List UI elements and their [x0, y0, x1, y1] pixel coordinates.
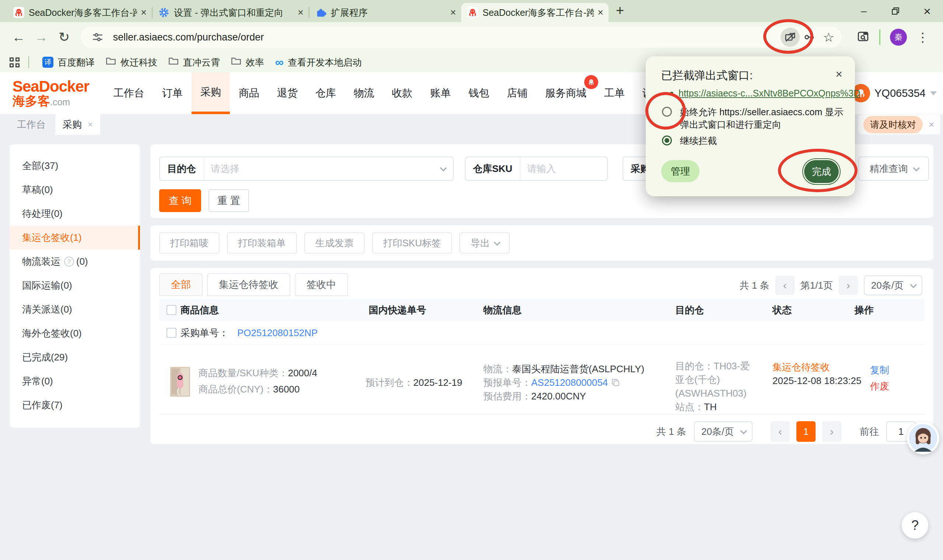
tab-close-icon[interactable]: × — [297, 7, 304, 18]
manage-button[interactable]: 管理 — [661, 160, 700, 182]
prev-page-button[interactable]: ‹ — [775, 276, 795, 295]
dest-warehouse-filter[interactable]: 目的仓 请选择 — [159, 157, 454, 181]
info-icon[interactable]: ? — [64, 257, 74, 266]
print-packing-list-button[interactable]: 打印装箱单 — [227, 232, 297, 254]
search-button[interactable]: 查 询 — [159, 189, 201, 212]
forecast-number-link[interactable]: AS251208000054 — [531, 377, 608, 388]
browser-menu-icon[interactable]: ⋮ — [917, 30, 929, 45]
select-all-checkbox[interactable] — [166, 305, 176, 315]
browser-tab-1[interactable]: SeaDocker海多客工作台-跨境 × — [8, 3, 152, 22]
radio-checked-icon[interactable] — [662, 135, 672, 145]
next-page-button[interactable]: › — [839, 276, 858, 295]
warehouse-sku-filter[interactable]: 仓库SKU 请输入 — [465, 157, 608, 181]
nav-warehouse[interactable]: 仓库 — [307, 72, 345, 114]
page-tab-workbench[interactable]: 工作台 — [8, 114, 55, 135]
list-tab-all[interactable]: 全部 — [159, 273, 203, 296]
page-tab-purchase[interactable]: 采购 × — [55, 114, 100, 135]
sidebar-item-consolidation-receipt[interactable]: 集运仓签收(1) — [9, 226, 140, 250]
radio-unchecked-icon[interactable] — [662, 107, 672, 117]
browser-tab-3[interactable]: 扩展程序 × — [310, 3, 461, 22]
tab-close-icon[interactable]: × — [598, 7, 603, 18]
dialog-close-icon[interactable]: × — [835, 68, 843, 81]
done-button[interactable]: 完成 — [804, 160, 839, 183]
bookmark-folder-2[interactable]: 直冲云霄 — [168, 56, 220, 68]
bookmark-folder-1[interactable]: 攸迁科技 — [106, 56, 157, 68]
nav-service-mall[interactable]: 服务商城 — [536, 72, 595, 114]
tune-icon[interactable] — [88, 28, 107, 47]
copy-order-link[interactable]: 复制 — [870, 364, 889, 377]
account-menu[interactable]: YQ065354 — [852, 72, 937, 114]
allow-popups-option[interactable]: 始终允许 https://seller.asiaecs.com 显示弹出式窗口和… — [662, 106, 846, 131]
side-search-icon[interactable] — [857, 30, 870, 45]
current-page-button[interactable]: 1 — [797, 421, 815, 442]
advanced-query-button[interactable]: 精准查询 — [858, 157, 929, 181]
blocked-popup-link[interactable]: https://asiaecs-c...SxNtv8BePCOxQnps%3D — [678, 88, 860, 98]
sidebar-item-shipment[interactable]: 物流装运?(0) — [9, 250, 140, 274]
forward-icon[interactable]: → — [30, 29, 53, 45]
product-thumbnail[interactable] — [170, 366, 190, 398]
reset-button[interactable]: 重 置 — [208, 189, 249, 212]
browser-profile-avatar[interactable]: 秦 — [890, 29, 907, 46]
nav-bills[interactable]: 账单 — [421, 72, 460, 114]
next-page-button[interactable]: › — [822, 421, 841, 442]
apps-grid-icon[interactable] — [9, 57, 20, 68]
page-size-select[interactable]: 20条/页 — [694, 421, 753, 442]
nav-work-order[interactable]: 工单 — [595, 72, 633, 114]
void-order-link[interactable]: 作废 — [870, 380, 889, 393]
print-sku-label-button[interactable]: 打印SKU标签 — [372, 232, 452, 254]
reload-icon[interactable]: ↻ — [53, 29, 76, 45]
export-button[interactable]: 导出 — [459, 232, 510, 254]
po-number-link[interactable]: PO2512080152NP — [237, 327, 317, 338]
nav-purchase[interactable]: 采购 — [191, 72, 230, 114]
tab-close-icon[interactable]: × — [450, 7, 456, 18]
nav-products[interactable]: 商品 — [230, 72, 268, 114]
page-size-select[interactable]: 20条/页 — [864, 275, 922, 295]
address-bar[interactable]: seller.asiaecs.com/purchase/order ☆ — [81, 26, 842, 48]
back-icon[interactable]: ← — [8, 29, 30, 45]
browser-tab-2[interactable]: 设置 - 弹出式窗口和重定向 × — [153, 3, 309, 22]
bookmark-folder-3[interactable]: 效率 — [231, 56, 264, 68]
nav-wallet[interactable]: 钱包 — [460, 72, 498, 114]
nav-collection[interactable]: 收款 — [383, 72, 421, 114]
sidebar-item-all[interactable]: 全部(37) — [9, 154, 140, 178]
sidebar-item-abnormal[interactable]: 异常(0) — [9, 369, 140, 393]
close-icon[interactable]: × — [88, 119, 93, 129]
goto-label: 前往 — [860, 421, 879, 442]
copy-icon[interactable] — [611, 378, 620, 390]
print-box-mark-button[interactable]: 打印箱唛 — [159, 232, 220, 254]
nav-logistics[interactable]: 物流 — [345, 72, 383, 114]
url-text[interactable]: seller.asiaecs.com/purchase/order — [113, 32, 264, 43]
tab-close-icon[interactable]: × — [141, 7, 146, 18]
popup-blocked-icon[interactable] — [781, 28, 800, 47]
nav-workbench[interactable]: 工作台 — [105, 72, 153, 114]
bookmark-dev-local[interactable]: ∞ 查看开发本地启动 — [275, 55, 362, 69]
sidebar-item-pending[interactable]: 待处理(0) — [9, 202, 140, 226]
nav-shop[interactable]: 店铺 — [498, 72, 536, 114]
sidebar-item-customs-delivery[interactable]: 清关派送(0) — [9, 297, 140, 322]
nav-returns[interactable]: 退货 — [268, 72, 307, 114]
restore-button[interactable] — [880, 0, 911, 22]
sidebar-item-overseas-receipt[interactable]: 海外仓签收(0) — [9, 322, 140, 345]
assistant-avatar[interactable] — [907, 422, 939, 454]
prev-page-button[interactable]: ‹ — [770, 421, 790, 442]
bookmark-star-icon[interactable]: ☆ — [819, 28, 838, 47]
key-icon[interactable] — [800, 28, 819, 47]
list-tab-receiving[interactable]: 签收中 — [295, 273, 348, 296]
close-window-button[interactable]: × — [911, 0, 943, 22]
bookmark-translate[interactable]: 译 百度翻译 — [42, 56, 95, 68]
sidebar-item-completed[interactable]: 已完成(29) — [9, 345, 140, 369]
seadocker-logo[interactable]: SeaDocker 海多客.com — [12, 78, 97, 108]
list-tab-awaiting-receipt[interactable]: 集运仓待签收 — [207, 273, 290, 296]
generate-invoice-button[interactable]: 生成发票 — [304, 232, 365, 254]
sidebar-item-voided[interactable]: 已作废(7) — [9, 393, 140, 417]
nav-orders[interactable]: 订单 — [153, 72, 191, 114]
notice-close-icon[interactable]: × — [929, 119, 934, 130]
help-button[interactable]: ? — [902, 512, 928, 538]
sidebar-item-intl-transport[interactable]: 国际运输(0) — [9, 274, 140, 297]
new-tab-button[interactable]: + — [616, 3, 624, 18]
sidebar-item-draft[interactable]: 草稿(0) — [9, 178, 140, 202]
browser-tab-4-active[interactable]: SeaDocker海多客工作台-跨境 × — [461, 3, 609, 22]
keep-blocking-option[interactable]: 继续拦截 — [662, 134, 846, 147]
row-checkbox[interactable] — [166, 328, 176, 338]
minimize-button[interactable]: – — [848, 0, 880, 22]
